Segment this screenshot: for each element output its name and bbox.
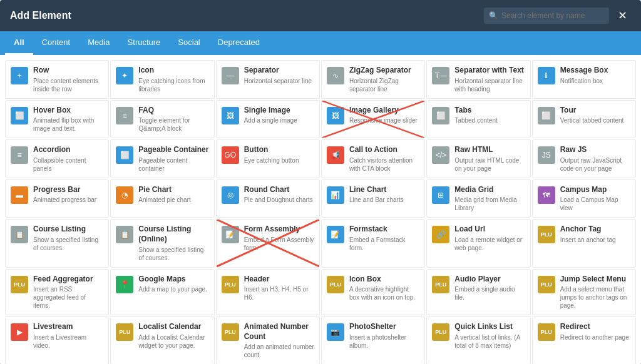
element-icon: PLU — [538, 276, 555, 293]
element-text: Progress BarAnimated progress bar — [33, 185, 103, 205]
element-item[interactable]: GOButtonEye catching button — [216, 139, 320, 178]
tab-social[interactable]: Social — [169, 31, 208, 55]
element-item[interactable]: 🗺Campus MapLoad a Campus Map view — [532, 179, 636, 218]
element-item[interactable]: ℹMessage BoxNotification box — [532, 60, 636, 99]
element-item[interactable]: PLUHeaderInsert an H3, H4, H5 or H6. — [216, 269, 320, 316]
close-button[interactable]: ✕ — [614, 8, 631, 24]
element-desc: Catch visitors attention with CTA block — [349, 156, 419, 173]
element-name: Row — [33, 66, 103, 76]
element-item-crossed[interactable]: 📝Form AssemblyEmbed a Form Assembly form… — [216, 219, 320, 267]
element-text: Audio PlayerEmbed a single audio file. — [454, 275, 525, 302]
element-icon: ▬ — [11, 186, 28, 204]
element-item[interactable]: JSRaw JSOutput raw JavaScript code on yo… — [532, 139, 636, 178]
element-item[interactable]: PLUFeed AggregatorInsert an RSS aggregat… — [5, 269, 109, 316]
element-item[interactable]: ≡FAQToggle element for Q&amp;A block — [110, 100, 214, 139]
element-name: Accordion — [33, 145, 103, 155]
element-text: Media GridMedia grid from Media Library — [454, 185, 525, 213]
element-item[interactable]: ✦IconEye catching icons from libraries — [110, 60, 214, 99]
element-icon: PLU — [116, 323, 133, 341]
element-item[interactable]: PLUJump Select MenuAdd a select menu tha… — [532, 269, 636, 316]
element-text: Course Listing (Online)Show a specified … — [138, 225, 208, 261]
element-desc: Tabbed content — [454, 116, 525, 124]
element-icon: 📝 — [222, 226, 239, 243]
element-icon: JS — [538, 146, 555, 164]
tab-deprecated[interactable]: Deprecated — [209, 31, 269, 55]
element-name: Localist Calendar — [138, 322, 208, 332]
element-item[interactable]: ◎Round ChartPie and Doughnut charts — [216, 179, 320, 218]
element-name: Course Listing (Online) — [138, 225, 208, 244]
element-item[interactable]: PLURedirectRedirect to another page — [532, 316, 636, 364]
element-item[interactable]: ▶LivestreamInsert a Livestream video. — [5, 316, 109, 364]
element-item[interactable]: 📢Call to ActionCatch visitors attention … — [321, 139, 425, 178]
element-text: Raw HTMLOutput raw HTML code on your pag… — [454, 145, 525, 173]
element-item[interactable]: 📝FormstackEmbed a Formstack form. — [321, 219, 425, 267]
element-item[interactable]: T—Separator with TextHorizontal separato… — [426, 60, 530, 99]
search-input[interactable] — [484, 8, 609, 24]
element-desc: Insert a Livestream video. — [33, 333, 103, 350]
modal-title: Add Element — [10, 10, 71, 21]
element-item[interactable]: PLUIcon BoxA decorative highlight box wi… — [321, 269, 425, 316]
tab-structure[interactable]: Structure — [119, 31, 170, 55]
element-item[interactable]: +RowPlace content elements inside the ro… — [5, 60, 109, 99]
element-item[interactable]: PLULocalist CalendarAdd a Localist Calen… — [110, 316, 214, 364]
element-text: Separator with TextHorizontal separator … — [454, 66, 525, 93]
element-text: Google MapsAdd a map to your page. — [138, 275, 208, 294]
element-item[interactable]: 📋Course ListingShow a specified listing … — [5, 219, 109, 267]
element-desc: Line and Bar charts — [349, 196, 419, 204]
element-name: Pageable Container — [138, 145, 208, 155]
element-icon: PLU — [222, 323, 239, 341]
element-item[interactable]: 📷PhotoShelterInsert a photoshelter album… — [321, 316, 425, 364]
element-item[interactable]: —SeparatorHorizontal separator line — [216, 60, 320, 99]
element-item[interactable]: PLUQuick Links ListA vertical list of li… — [426, 316, 530, 364]
element-item[interactable]: 🔗Load UrlLoad a remote widget or web pag… — [426, 219, 530, 267]
element-item[interactable]: ◔Pie ChartAnimated pie chart — [110, 179, 214, 218]
element-desc: Notification box — [560, 77, 630, 85]
element-name: Audio Player — [454, 275, 525, 285]
element-item[interactable]: ⬜Hover BoxAnimated flip box with image a… — [5, 100, 109, 139]
element-item[interactable]: 📊Line ChartLine and Bar charts — [321, 179, 425, 218]
element-item-crossed[interactable]: 🖼Image GalleryResponsive image slider — [321, 100, 425, 139]
element-name: Jump Select Menu — [560, 275, 630, 285]
element-icon: 📋 — [11, 226, 28, 243]
element-item[interactable]: PLUAnimated Number CountAdd an animated … — [216, 316, 320, 364]
tab-media[interactable]: Media — [79, 31, 118, 55]
element-icon: — — [222, 67, 239, 84]
element-item[interactable]: ≡AccordionCollapsible content panels — [5, 139, 109, 178]
element-item[interactable]: ⬜TourVertical tabbed content — [532, 100, 636, 139]
element-item[interactable]: ⬜Pageable ContainerPageable content cont… — [110, 139, 214, 178]
element-item[interactable]: 🖼Single ImageAdd a single image — [216, 100, 320, 139]
element-item[interactable]: ∿ZigZag SeparatorHorizontal ZigZag separ… — [321, 60, 425, 99]
element-name: Tour — [560, 106, 630, 116]
element-icon: ⬜ — [432, 107, 449, 124]
element-item[interactable]: PLUAnchor TagInsert an anchor tag — [532, 219, 636, 267]
element-desc: Animated pie chart — [138, 196, 208, 204]
element-icon: PLU — [222, 276, 239, 293]
tab-all[interactable]: All — [5, 31, 33, 55]
element-icon: ≡ — [116, 107, 133, 124]
element-name: FAQ — [138, 106, 208, 116]
element-text: RedirectRedirect to another page — [560, 322, 630, 341]
element-item[interactable]: ⊞Media GridMedia grid from Media Library — [426, 179, 530, 218]
element-item[interactable]: ▬Progress BarAnimated progress bar — [5, 179, 109, 218]
element-icon: T— — [432, 67, 449, 84]
element-item[interactable]: PLUAudio PlayerEmbed a single audio file… — [426, 269, 530, 316]
element-item[interactable]: ⬜TabsTabbed content — [426, 100, 530, 139]
element-name: Separator with Text — [454, 66, 525, 76]
element-text: Raw JSOutput raw JavaScript code on your… — [560, 145, 630, 173]
element-text: Line ChartLine and Bar charts — [349, 185, 419, 205]
element-text: Call to ActionCatch visitors attention w… — [349, 145, 419, 173]
element-desc: Pie and Doughnut charts — [244, 196, 314, 204]
element-desc: Output raw HTML code on your page — [454, 156, 525, 173]
element-desc: Add a map to your page. — [138, 285, 208, 293]
element-item[interactable]: 📍Google MapsAdd a map to your page. — [110, 269, 214, 316]
element-item[interactable]: 📋Course Listing (Online)Show a specified… — [110, 219, 214, 267]
element-icon: PLU — [538, 323, 555, 341]
tab-content[interactable]: Content — [33, 31, 79, 55]
element-icon: ∿ — [327, 67, 344, 84]
element-item[interactable]: </>Raw HTMLOutput raw HTML code on your … — [426, 139, 530, 178]
element-name: Raw JS — [560, 145, 630, 155]
element-name: Load Url — [454, 225, 525, 235]
element-icon: 📝 — [327, 226, 344, 243]
element-name: PhotoShelter — [349, 322, 419, 332]
element-text: TourVertical tabbed content — [560, 106, 630, 125]
